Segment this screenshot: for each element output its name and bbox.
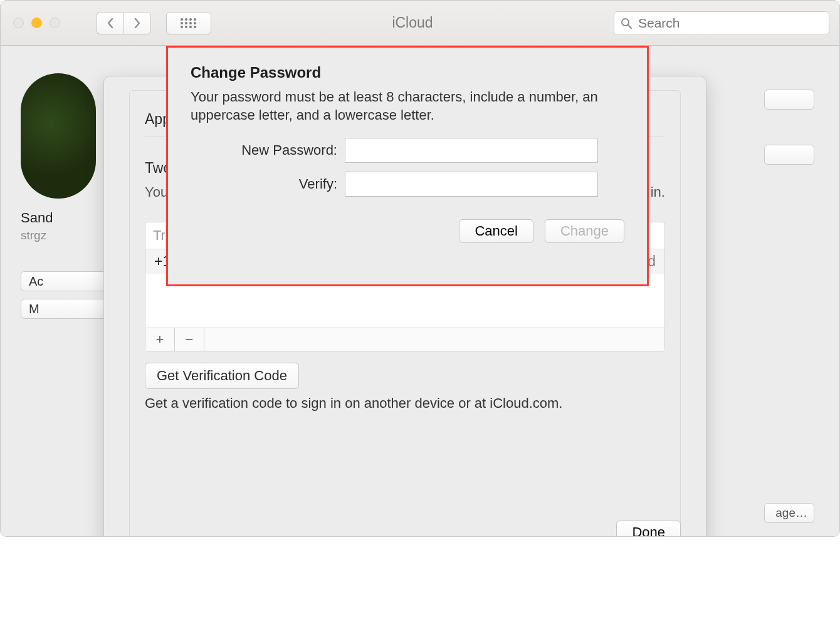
svg-point-9 — [185, 26, 187, 28]
new-password-label: New Password: — [191, 142, 345, 158]
svg-point-0 — [181, 18, 183, 21]
nav-back-forward — [97, 12, 151, 34]
svg-point-6 — [189, 22, 192, 24]
get-verification-code-text: Get a verification code to sign in on an… — [145, 395, 665, 412]
svg-point-1 — [185, 18, 187, 21]
change-password-title: Change Password — [191, 64, 624, 81]
change-password-description: Your password must be at least 8 charact… — [191, 88, 624, 124]
verify-password-label: Verify: — [191, 176, 345, 192]
forward-button[interactable] — [123, 12, 151, 34]
chevron-right-icon — [134, 18, 141, 29]
svg-point-4 — [181, 22, 183, 24]
traffic-lights — [13, 18, 60, 28]
search-input[interactable] — [637, 15, 822, 31]
svg-point-8 — [181, 26, 183, 28]
grid-icon — [180, 18, 197, 29]
add-phone-button[interactable]: + — [145, 328, 175, 351]
svg-point-10 — [189, 26, 192, 28]
window-minimize-button[interactable] — [31, 18, 42, 28]
done-button[interactable]: Done — [616, 521, 681, 537]
back-button[interactable] — [97, 12, 123, 34]
remove-phone-button[interactable]: − — [175, 328, 204, 351]
cancel-button[interactable]: Cancel — [459, 219, 533, 243]
bg-right-button-1[interactable] — [764, 90, 814, 110]
svg-point-3 — [194, 18, 196, 21]
svg-point-7 — [194, 22, 196, 24]
chevron-left-icon — [107, 18, 114, 29]
account-manage-button[interactable]: M — [21, 299, 106, 319]
bg-right-button-3[interactable]: age… — [764, 503, 814, 523]
show-all-button[interactable] — [166, 12, 211, 34]
svg-point-5 — [185, 22, 187, 24]
search-field-container[interactable] — [614, 11, 829, 35]
change-button[interactable]: Change — [545, 219, 624, 243]
svg-point-11 — [194, 26, 196, 28]
window-zoom-button[interactable] — [50, 18, 60, 28]
svg-line-13 — [628, 25, 631, 28]
window-close-button[interactable] — [13, 18, 24, 28]
get-verification-code-button[interactable]: Get Verification Code — [145, 363, 299, 389]
new-password-field[interactable] — [345, 138, 598, 163]
account-avatar[interactable] — [21, 73, 96, 199]
verify-password-field[interactable] — [345, 172, 598, 197]
change-password-sheet: Change Password Your password must be at… — [166, 46, 649, 286]
account-details-button[interactable]: Ac — [21, 271, 106, 291]
window-title: iCloud — [221, 14, 604, 31]
system-preferences-window: iCloud Sand strgz Ac M age… Appl — [0, 0, 840, 537]
svg-point-2 — [189, 18, 192, 21]
trusted-phone-footer: + − — [145, 328, 664, 351]
window-toolbar: iCloud — [1, 1, 839, 46]
preferences-body: Sand strgz Ac M age… Appl Two- Your t — [1, 46, 839, 536]
bg-right-button-2[interactable] — [764, 145, 814, 165]
search-icon — [621, 18, 632, 29]
